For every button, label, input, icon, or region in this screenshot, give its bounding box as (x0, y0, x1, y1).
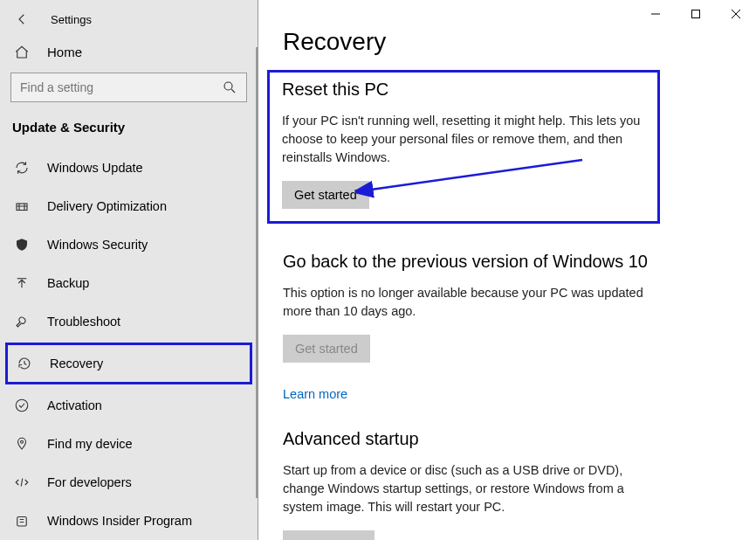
search-icon (222, 80, 237, 95)
sidebar-item-label: Troubleshoot (47, 315, 120, 329)
maximize-button[interactable] (676, 0, 716, 28)
go-back-section: Go back to the previous version of Windo… (283, 252, 658, 401)
sidebar-item-windows-security[interactable]: Windows Security (0, 225, 258, 264)
sync-icon (14, 160, 30, 176)
svg-point-2 (16, 399, 28, 412)
home-nav[interactable]: Home (0, 37, 258, 67)
svg-point-0 (224, 82, 232, 90)
reset-pc-section: Reset this PC If your PC isn't running w… (267, 70, 660, 224)
sidebar-item-label: Windows Update (47, 161, 143, 175)
sidebar-item-label: Activation (47, 398, 102, 412)
goback-heading: Go back to the previous version of Windo… (283, 252, 658, 272)
sidebar-item-activation[interactable]: Activation (0, 386, 258, 425)
reset-body: If your PC isn't running well, resetting… (282, 112, 645, 167)
advanced-startup-section: Advanced startup Start up from a device … (283, 429, 658, 540)
check-circle-icon (14, 398, 30, 413)
app-title: Settings (51, 13, 92, 26)
location-icon (14, 436, 30, 452)
home-label: Home (47, 45, 82, 59)
sidebar-item-label: Find my device (47, 437, 133, 451)
sidebar-item-label: Backup (47, 276, 89, 290)
sidebar-item-label: Windows Security (47, 238, 148, 252)
sidebar-item-troubleshoot[interactable]: Troubleshoot (0, 302, 258, 341)
sidebar-item-delivery-optimization[interactable]: Delivery Optimization (0, 187, 258, 225)
get-started-reset-button[interactable]: Get started (282, 181, 369, 209)
svg-rect-4 (17, 517, 27, 527)
svg-point-3 (21, 440, 24, 443)
page-title: Recovery (283, 28, 721, 56)
sidebar-item-windows-insider[interactable]: Windows Insider Program (0, 502, 258, 540)
home-icon (14, 45, 30, 60)
developer-icon (14, 474, 30, 490)
sidebar-item-label: Recovery (50, 357, 103, 370)
history-icon (17, 356, 32, 371)
close-button[interactable] (716, 0, 756, 28)
svg-rect-1 (17, 204, 27, 211)
goback-body: This option is no longer available becau… (283, 284, 658, 321)
learn-more-link[interactable]: Learn more (283, 387, 347, 401)
sidebar-item-label: Windows Insider Program (47, 514, 192, 528)
back-icon[interactable] (14, 11, 30, 27)
get-started-goback-button: Get started (283, 335, 370, 363)
section-header: Update & Security (0, 111, 258, 149)
sidebar-item-find-my-device[interactable]: Find my device (0, 425, 258, 463)
advanced-heading: Advanced startup (283, 429, 658, 449)
backup-icon (14, 275, 30, 291)
reset-heading: Reset this PC (282, 80, 645, 100)
advanced-body: Start up from a device or disc (such as … (283, 461, 658, 516)
sidebar-item-for-developers[interactable]: For developers (0, 463, 258, 502)
sidebar-item-recovery[interactable]: Recovery (5, 343, 252, 384)
sidebar-item-label: For developers (47, 475, 132, 489)
sidebar-item-windows-update[interactable]: Windows Update (0, 149, 258, 187)
delivery-icon (14, 198, 30, 214)
shield-icon (14, 237, 30, 253)
nav-list: Windows Update Delivery Optimization Win… (0, 149, 258, 540)
minimize-button[interactable] (636, 0, 676, 28)
wrench-icon (14, 314, 30, 329)
sidebar-item-backup[interactable]: Backup (0, 264, 258, 302)
svg-rect-5 (692, 10, 700, 18)
insider-icon (14, 513, 30, 529)
restart-now-button[interactable]: Restart now (283, 530, 375, 540)
sidebar-item-label: Delivery Optimization (47, 199, 167, 213)
search-input[interactable] (20, 80, 222, 94)
scroll-indicator (256, 47, 258, 498)
search-box[interactable] (10, 73, 247, 102)
